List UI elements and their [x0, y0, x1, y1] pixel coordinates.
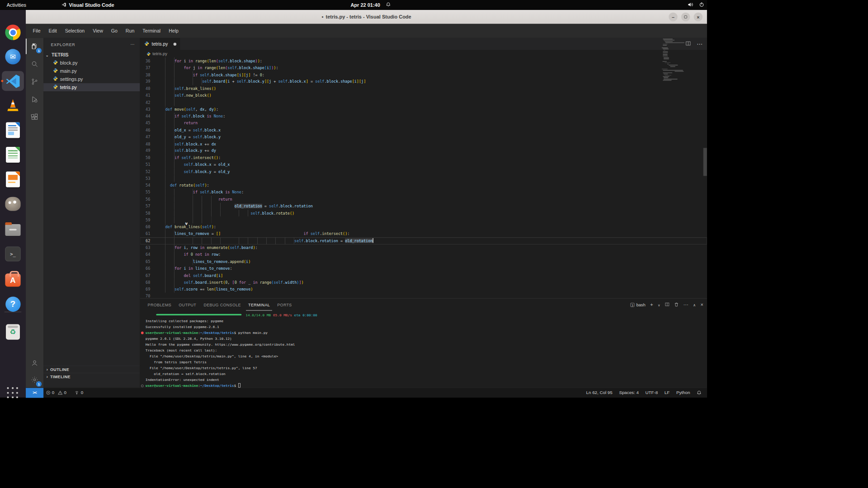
panel-tab-ports[interactable]: PORTS: [275, 300, 294, 310]
split-terminal-icon[interactable]: [665, 302, 670, 308]
account-icon[interactable]: [26, 354, 43, 371]
status-eol[interactable]: LF: [661, 388, 673, 397]
code-line-68[interactable]: 68self.board.insert(0, [0 for _ in range…: [140, 279, 707, 286]
menu-view[interactable]: View: [89, 26, 107, 35]
dock-item-files[interactable]: [5, 221, 21, 237]
code-line-62[interactable]: 62self.block.rotation = old_rotation: [140, 237, 707, 244]
dock-item-trash[interactable]: ♻: [5, 324, 21, 340]
menu-run[interactable]: Run: [122, 26, 138, 35]
breadcrumb[interactable]: tetris.py: [140, 50, 707, 57]
volume-icon[interactable]: [688, 2, 693, 8]
shell-badge[interactable]: ❯ bash: [630, 303, 645, 307]
clock[interactable]: Apr 22 01:40: [350, 2, 380, 8]
code-line-63[interactable]: 63for i, row in enumerate(self.board):: [140, 244, 707, 251]
dock-item-vscode[interactable]: [5, 73, 21, 89]
maximize-button[interactable]: [681, 13, 690, 22]
code-line-51[interactable]: 51self.block.x = old_x: [140, 161, 707, 168]
status-language-mode[interactable]: Python: [673, 388, 693, 397]
code-line-56[interactable]: 56return: [140, 196, 707, 202]
code-line-54[interactable]: 54def rotate(self):: [140, 182, 707, 189]
tree-file-settings-py[interactable]: settings.py: [43, 75, 140, 83]
dock-item-app-grid[interactable]: [5, 385, 21, 401]
code-line-67[interactable]: 67del self.board[i]: [140, 272, 707, 279]
panel-maximize-icon[interactable]: ∧: [693, 303, 696, 307]
code-line-40[interactable]: 40self.break_lines(): [140, 85, 707, 92]
dock-item-thunderbird[interactable]: ✉: [5, 49, 21, 65]
dock-item-ubuntu-software[interactable]: A: [5, 271, 21, 287]
tree-file-main-py[interactable]: main.py: [43, 67, 140, 75]
code-line-61[interactable]: 61lines_to_remove = []if self.intersect(…: [140, 230, 707, 237]
menu-help[interactable]: Help: [165, 26, 183, 35]
code-line-48[interactable]: 48self.block.x += dx: [140, 141, 707, 147]
code-line-47[interactable]: 47old_y = self.block.y: [140, 133, 707, 140]
menu-edit[interactable]: Edit: [45, 26, 61, 35]
minimize-button[interactable]: –: [669, 13, 678, 22]
close-button[interactable]: ×: [694, 13, 703, 22]
code-line-36[interactable]: 36for i in range(len(self.block.shape)):: [140, 57, 707, 64]
code-line-69[interactable]: 69self.score += len(lines_to_remove): [140, 286, 707, 292]
code-line-55[interactable]: 55if self.block is None:: [140, 189, 707, 196]
code-line-50[interactable]: 50if self.intersect():: [140, 154, 707, 161]
menu-terminal[interactable]: Terminal: [138, 26, 165, 35]
new-terminal-icon[interactable]: +: [650, 302, 653, 308]
tree-folder-tetris[interactable]: ⌄TETRIS: [43, 51, 140, 59]
code-line-43[interactable]: 43def move(self, dx, dy):: [140, 106, 707, 113]
tree-file-block-py[interactable]: block.py: [43, 59, 140, 67]
code-line-53[interactable]: 53: [140, 175, 707, 182]
dock-item-gimp[interactable]: [5, 196, 21, 212]
menu-go[interactable]: Go: [107, 26, 122, 35]
terminal[interactable]: 14.0/14.0 MB 65.0 MB/s eta 0:00:00Instal…: [140, 312, 707, 388]
power-icon[interactable]: [699, 2, 704, 8]
dock-item-libreoffice-writer[interactable]: [5, 122, 21, 138]
status-cursor-position[interactable]: Ln 62, Col 95: [583, 388, 616, 397]
panel-tab-debug-console[interactable]: DEBUG CONSOLE: [202, 300, 243, 310]
code-line-59[interactable]: 59: [140, 216, 707, 223]
code-line-46[interactable]: 46old_x = self.block.x: [140, 127, 707, 133]
code-line-38[interactable]: 38if self.block.shape[i][j] != 0:: [140, 71, 707, 78]
tree-file-tetris-py[interactable]: tetris.py: [43, 83, 140, 91]
code-line-44[interactable]: 44if self.block is None:: [140, 113, 707, 120]
code-line-64[interactable]: 64if 0 not in row:: [140, 251, 707, 258]
activities-button[interactable]: Activities: [0, 0, 33, 10]
extensions-icon[interactable]: [26, 108, 43, 125]
problems-status[interactable]: 0 0: [43, 388, 69, 397]
run-debug-icon[interactable]: [26, 91, 43, 108]
panel-close-icon[interactable]: ×: [701, 302, 703, 308]
search-icon[interactable]: [26, 56, 43, 72]
editor-scrollbar[interactable]: [703, 148, 707, 176]
panel-tab-terminal[interactable]: TERMINAL: [246, 299, 272, 310]
status-indentation[interactable]: Spaces: 4: [616, 388, 642, 397]
code-line-49[interactable]: 49self.block.y += dy: [140, 147, 707, 154]
timeline-section[interactable]: ›TIMELINE: [43, 373, 140, 380]
code-line-60[interactable]: 60def break_lines(self):: [140, 224, 707, 230]
code-line-41[interactable]: 41self.new_block(): [140, 92, 707, 99]
code-line-52[interactable]: 52self.block.y = old_y: [140, 168, 707, 175]
status-encoding[interactable]: UTF-8: [642, 388, 661, 397]
code-line-66[interactable]: 66for i in lines_to_remove:: [140, 265, 707, 272]
code-line-45[interactable]: 45return: [140, 120, 707, 127]
code-line-58[interactable]: 58self.block.rotate(): [140, 210, 707, 216]
manage-gear-icon[interactable]: 1: [26, 371, 43, 388]
explorer-icon[interactable]: 1: [26, 38, 43, 55]
code-line-37[interactable]: 37for j in range(len(self.block.shape[i]…: [140, 64, 707, 71]
menu-file[interactable]: File: [29, 26, 45, 35]
tab-tetris-py[interactable]: tetris.py: [140, 38, 180, 50]
code-line-42[interactable]: 42: [140, 99, 707, 106]
dock-item-help[interactable]: ?: [5, 296, 21, 312]
kill-terminal-icon[interactable]: [674, 302, 679, 308]
sidebar-more-icon[interactable]: ⋯: [130, 42, 135, 47]
code-line-39[interactable]: 39self.board[i + self.block.y][j + self.…: [140, 78, 707, 85]
dock-item-terminal[interactable]: >_: [5, 246, 21, 262]
panel-tab-output[interactable]: OUTPUT: [176, 300, 198, 310]
code-line-65[interactable]: 65lines_to_remove.append(i): [140, 258, 707, 265]
ports-status[interactable]: 0: [72, 388, 86, 397]
panel-more-icon[interactable]: ⋯: [684, 302, 689, 308]
dock-item-libreoffice-calc[interactable]: [5, 146, 21, 163]
notifications-bell-icon[interactable]: [693, 388, 705, 397]
terminal-dropdown-icon[interactable]: ∨: [658, 303, 660, 307]
focused-app-menu[interactable]: Visual Studio Code: [61, 2, 114, 8]
dock-item-chrome[interactable]: [5, 24, 21, 41]
source-control-icon[interactable]: [26, 73, 43, 90]
window-title-bar[interactable]: ● tetris.py - tetris - Visual Studio Cod…: [26, 10, 707, 24]
remote-indicator[interactable]: ><: [26, 388, 43, 398]
